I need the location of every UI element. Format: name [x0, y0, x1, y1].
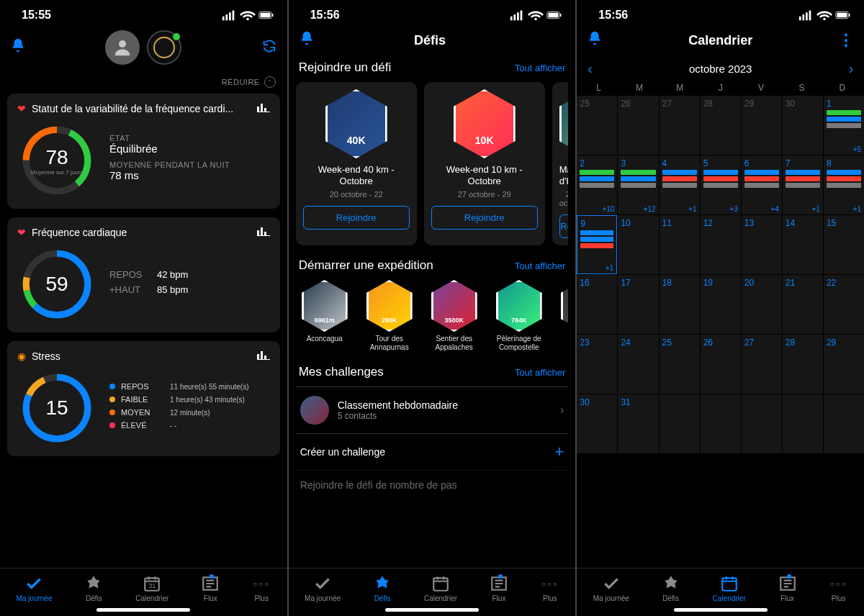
calendar-cell[interactable]: 23 — [577, 335, 617, 394]
calendar-cell[interactable]: 26 — [701, 335, 741, 394]
home-indicator[interactable] — [674, 608, 768, 612]
challenge-card[interactable]: 3 mi Marche d'Hall... 27 octo... Rejo — [552, 82, 569, 245]
expedition-scroll[interactable]: 6961mAconcagua260KTour des Annapurnas350… — [296, 280, 569, 352]
calendar-cell[interactable] — [824, 394, 864, 453]
tab-flux[interactable]: Flux — [778, 574, 797, 602]
challenges-scroll[interactable]: 40K Week-end 40 km - Octobre 20 octobre … — [296, 82, 569, 245]
leaderboard-item[interactable]: Classement hebdomadaire 5 contacts › — [296, 386, 569, 433]
expedition-item[interactable]: 260KTour des Annapurnas — [361, 280, 418, 352]
tab-plus[interactable]: ○○○Plus — [252, 574, 271, 602]
calendar-cell[interactable]: 30 — [783, 96, 823, 155]
svg-rect-36 — [521, 11, 523, 21]
calendar-cell[interactable]: 12 — [701, 215, 741, 274]
calendar-cell[interactable]: 4+1 — [660, 155, 700, 214]
calendar-cell[interactable]: 27 — [660, 96, 700, 155]
calendar-cell[interactable]: 24 — [618, 335, 658, 394]
join-button[interactable]: Rejoindre — [303, 206, 410, 230]
calendar-cell[interactable] — [660, 394, 700, 453]
calendar-cell[interactable]: 31 — [618, 394, 658, 453]
bell-icon[interactable] — [587, 30, 603, 50]
calendar-cell[interactable]: 2+10 — [577, 155, 617, 214]
bar-chart-icon[interactable] — [257, 102, 270, 115]
collapse-toggle[interactable]: RÉDUIRE ⌃ — [7, 72, 280, 94]
home-indicator[interactable] — [385, 608, 479, 612]
page-title: Défis — [414, 33, 446, 48]
tab-calendrier[interactable]: Calendrier — [424, 574, 457, 602]
calendar-cell[interactable]: 21 — [783, 275, 823, 334]
calendar-cell[interactable]: 26 — [618, 96, 658, 155]
calendar-cell[interactable]: 10 — [618, 215, 658, 274]
calendar-cell[interactable]: 25 — [577, 96, 617, 155]
my-view-all[interactable]: Tout afficher — [515, 367, 566, 378]
calendar-cell[interactable]: 22 — [824, 275, 864, 334]
calendar-cell[interactable]: 27 — [742, 335, 782, 394]
calendar-cell[interactable] — [783, 394, 823, 453]
svg-rect-5 — [260, 13, 270, 17]
calendar-cell[interactable]: 9+1 — [577, 215, 617, 274]
join-button[interactable]: Rejo — [559, 214, 569, 238]
bell-icon[interactable] — [10, 37, 26, 58]
challenge-card[interactable]: 10K Week-end 10 km - Octobre 27 octobre … — [424, 82, 545, 245]
tab-ma-journee[interactable]: Ma journée — [593, 574, 629, 602]
dow-label: L — [578, 83, 618, 93]
bell-icon[interactable] — [299, 30, 315, 50]
calendar-cell[interactable]: 20 — [742, 275, 782, 334]
tab-plus[interactable]: ○○○Plus — [541, 574, 559, 602]
tab-calendrier[interactable]: Calendrier — [713, 574, 746, 602]
calendar-cell[interactable]: 28 — [783, 335, 823, 394]
create-challenge-row[interactable]: Créer un challenge + — [296, 433, 569, 470]
next-month-button[interactable]: › — [844, 60, 858, 77]
prev-month-button[interactable]: ‹ — [582, 60, 597, 77]
tab-flux[interactable]: Flux — [201, 574, 220, 602]
join-view-all[interactable]: Tout afficher — [515, 63, 566, 73]
steps-challenge-row[interactable]: Rejoindre le défi de nombre de pas — [296, 470, 569, 499]
expedition-item[interactable]: 784KPèlerinage de Compostelle — [490, 280, 548, 352]
tab-ma-journee[interactable]: Ma journée — [305, 574, 341, 602]
calendar-cell[interactable]: 8+1 — [824, 155, 864, 214]
card-stress[interactable]: ◉ Stress 15 REPOS11 heure(s) 55 minute(s… — [7, 341, 280, 456]
calendar-cell[interactable]: 3+12 — [618, 155, 658, 214]
bar-chart-icon[interactable] — [257, 350, 270, 363]
calendar-cell[interactable]: 29 — [742, 96, 782, 155]
tab-defis[interactable]: Défis — [84, 574, 103, 602]
calendar-cell[interactable]: 30 — [577, 394, 617, 453]
more-icon[interactable]: ⋮ — [838, 31, 854, 50]
sync-icon[interactable] — [261, 38, 277, 57]
calendar-cell[interactable]: 28 — [701, 96, 741, 155]
bar-chart-icon[interactable] — [257, 226, 270, 239]
calendar-cell[interactable]: 1+5 — [824, 96, 864, 155]
calendar-cell[interactable] — [701, 394, 741, 453]
expedition-view-all[interactable]: Tout afficher — [515, 261, 566, 271]
calendar-cell[interactable]: 13 — [742, 215, 782, 274]
calendar-cell[interactable]: 6+4 — [742, 155, 782, 214]
device-watch[interactable] — [147, 30, 181, 65]
calendar-cell[interactable]: 16 — [577, 275, 617, 334]
expedition-item[interactable]: Pis — [555, 280, 569, 352]
expedition-item[interactable]: 3500KSentier des Appalaches — [426, 280, 483, 352]
calendar-cell[interactable]: 17 — [618, 275, 658, 334]
calendar-cell[interactable]: 15 — [824, 215, 864, 274]
tab-plus[interactable]: ○○○Plus — [829, 574, 848, 602]
card-hrv-status[interactable]: ❤ Statut de la variabilité de la fréquen… — [7, 94, 280, 209]
cellular-icon — [221, 7, 237, 23]
calendar-cell[interactable]: 18 — [660, 275, 700, 334]
expedition-item[interactable]: 6961mAconcagua — [296, 280, 354, 352]
tab-defis[interactable]: Défis — [662, 574, 680, 602]
tab-flux[interactable]: Flux — [490, 574, 508, 602]
calendar-cell[interactable]: 5+3 — [701, 155, 741, 214]
home-indicator[interactable] — [96, 608, 190, 612]
calendar-cell[interactable]: 11 — [660, 215, 700, 274]
calendar-cell[interactable]: 19 — [701, 275, 741, 334]
card-heart-rate[interactable]: ❤ Fréquence cardiaque 59 REP — [7, 217, 280, 332]
calendar-cell[interactable]: 14 — [783, 215, 823, 274]
challenge-card[interactable]: 40K Week-end 40 km - Octobre 20 octobre … — [296, 82, 417, 245]
tab-ma-journee[interactable]: Ma journée — [16, 574, 52, 602]
calendar-cell[interactable]: 7+1 — [783, 155, 823, 214]
calendar-cell[interactable] — [742, 394, 782, 453]
calendar-cell[interactable]: 29 — [824, 335, 864, 394]
join-button[interactable]: Rejoindre — [431, 206, 538, 230]
profile-avatar[interactable] — [105, 30, 140, 65]
tab-defis[interactable]: Défis — [373, 574, 392, 602]
calendar-cell[interactable]: 25 — [660, 335, 700, 394]
tab-calendrier[interactable]: 31Calendrier — [135, 574, 168, 602]
